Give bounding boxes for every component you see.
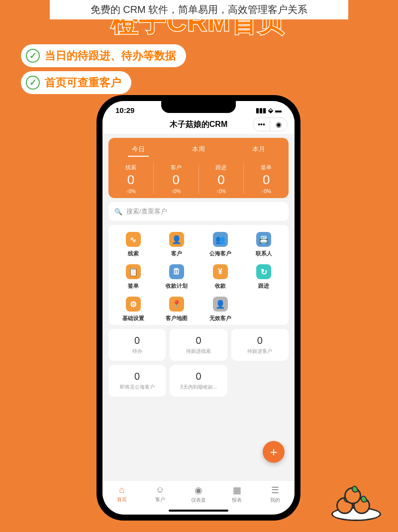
tab-week[interactable]: 本周 <box>188 143 209 157</box>
grid-icon: ¥ <box>213 264 228 279</box>
grid-icon: 📋 <box>126 264 141 279</box>
signal-icon: ▮▮▮ <box>256 106 266 114</box>
todo-value: 0 <box>111 371 163 382</box>
home-indicator <box>169 510 228 512</box>
fab-add-button[interactable]: + <box>263 441 285 463</box>
stat-label: 客户 <box>154 164 199 171</box>
grid-item-公海客户[interactable]: 👥 公海客户 <box>199 232 242 257</box>
stat-label: 线索 <box>108 164 153 171</box>
nav-icon: ⌂ <box>119 485 124 495</box>
grid-label: 基础设置 <box>122 315 144 322</box>
todo-label: 待跟进线索 <box>173 348 224 355</box>
todo-cell[interactable]: 0 即将丢公海客户 <box>108 365 166 397</box>
feature-text: 当日的待跟进、待办等数据 <box>45 48 176 63</box>
todo-cell[interactable]: 0 待跟进客户 <box>231 329 289 361</box>
grid-item-签单[interactable]: 📋 签单 <box>111 264 155 290</box>
nav-仪表盘[interactable]: ◉ 仪表盘 <box>179 485 217 504</box>
grid-label: 客户 <box>171 250 182 257</box>
phone-frame: 10:29 ▮▮▮ ⬙ ▬ 木子菇娘的CRM ••• ◉ 今日 本周 本月 线索… <box>97 95 300 521</box>
grid-item-跟进[interactable]: ↻ 跟进 <box>242 264 286 290</box>
check-icon: ✓ <box>26 49 40 63</box>
feature-pill-2: ✓ 首页可查重客户 <box>21 71 131 94</box>
nav-label: 报表 <box>232 497 242 504</box>
grid-label: 线索 <box>128 250 139 257</box>
todo-label: 待办 <box>111 348 163 355</box>
todo-label: 即将丢公海客户 <box>111 384 163 391</box>
grid-icon: 🗓 <box>169 264 184 279</box>
grid-item-基础设置[interactable]: ⚙ 基础设置 <box>111 297 155 322</box>
grid-item-无效客户[interactable]: 👤 无效客户 <box>199 297 242 322</box>
feature-text: 首页可查重客户 <box>45 75 121 90</box>
todo-label: 待跟进客户 <box>234 348 286 355</box>
nav-我的[interactable]: ☰ 我的 <box>256 485 295 504</box>
todo-value: 0 <box>234 335 286 346</box>
stat-delta: ↑0% <box>199 189 244 194</box>
nav-客户[interactable]: ☺ 客户 <box>141 485 179 504</box>
more-icon[interactable]: ••• <box>253 118 270 131</box>
grid-label: 签单 <box>128 282 139 290</box>
search-placeholder: 搜索/查重客户 <box>126 207 167 216</box>
grid-item-客户地图[interactable]: 📍 客户地图 <box>155 297 199 322</box>
search-icon: 🔍 <box>114 208 122 215</box>
period-tabs: 今日 本周 本月 <box>108 143 289 160</box>
check-icon: ✓ <box>26 76 40 90</box>
status-time: 10:29 <box>115 106 134 114</box>
tab-month[interactable]: 本月 <box>248 143 269 157</box>
wifi-icon: ⬙ <box>268 106 273 114</box>
stat-delta: ↑0% <box>244 189 289 194</box>
feature-grid: ∿ 线索👤 客户👥 公海客户📇 联系人📋 签单🗓 收款计划¥ 收款↻ 跟进⚙ 基… <box>108 225 289 325</box>
nav-label: 仪表盘 <box>191 497 206 504</box>
todo-label: 3天内到期收款... <box>173 384 224 391</box>
miniprogram-capsule[interactable]: ••• ◉ <box>253 117 288 131</box>
grid-item-联系人[interactable]: 📇 联系人 <box>242 232 286 257</box>
search-input[interactable]: 🔍 搜索/查重客户 <box>108 202 289 221</box>
todo-value: 0 <box>173 335 224 346</box>
stat-cell[interactable]: 签单 0 ↑0% <box>244 164 289 194</box>
nav-icon: ◉ <box>195 485 202 496</box>
todo-row: 0 即将丢公海客户0 3天内到期收款... <box>108 365 289 397</box>
nav-icon: ☺ <box>156 485 165 495</box>
app-title: 木子菇娘的CRM <box>170 119 227 130</box>
orange-decoration <box>331 486 381 521</box>
nav-首页[interactable]: ⌂ 首页 <box>102 485 141 504</box>
nav-icon: ☰ <box>271 485 279 496</box>
status-icons: ▮▮▮ ⬙ ▬ <box>256 106 282 114</box>
grid-item-客户[interactable]: 👤 客户 <box>155 232 199 257</box>
tab-today[interactable]: 今日 <box>128 143 149 157</box>
todo-cell[interactable]: 0 3天内到期收款... <box>170 365 227 397</box>
phone-notch <box>161 101 236 113</box>
grid-label: 公海客户 <box>209 250 231 257</box>
stat-value: 0 <box>108 172 153 188</box>
stat-value: 0 <box>244 172 289 188</box>
promo-banner: 免费的 CRM 软件，简单易用，高效管理客户关系 <box>50 0 348 19</box>
stat-delta: ↑0% <box>154 189 199 194</box>
grid-icon: 📍 <box>169 297 184 312</box>
grid-label: 无效客户 <box>209 315 231 322</box>
close-icon[interactable]: ◉ <box>270 118 287 131</box>
stats-card: 今日 本周 本月 线索 0 ↑0%客户 0 ↑0%跟进 0 ↑0%签单 0 <box>108 138 289 198</box>
grid-label: 收款 <box>215 282 226 290</box>
stat-cell[interactable]: 线索 0 ↑0% <box>108 164 154 194</box>
stat-value: 0 <box>199 172 244 188</box>
todo-row: 0 待办0 待跟进线索0 待跟进客户 <box>108 329 289 361</box>
stat-cell[interactable]: 跟进 0 ↑0% <box>199 164 244 194</box>
grid-icon: 👤 <box>169 232 184 247</box>
battery-icon: ▬ <box>275 106 282 114</box>
nav-label: 客户 <box>155 496 165 503</box>
nav-报表[interactable]: ▦ 报表 <box>218 485 256 504</box>
nav-label: 首页 <box>117 496 127 503</box>
grid-icon: 📇 <box>256 232 271 247</box>
grid-label: 跟进 <box>258 282 269 290</box>
feature-pill-1: ✓ 当日的待跟进、待办等数据 <box>21 44 186 67</box>
phone-screen: 10:29 ▮▮▮ ⬙ ▬ 木子菇娘的CRM ••• ◉ 今日 本周 本月 线索… <box>102 101 295 515</box>
grid-item-线索[interactable]: ∿ 线索 <box>111 232 155 257</box>
todo-cell[interactable]: 0 待办 <box>108 329 166 361</box>
grid-item-收款[interactable]: ¥ 收款 <box>199 264 242 290</box>
grid-icon: 👥 <box>213 232 228 247</box>
grid-item-收款计划[interactable]: 🗓 收款计划 <box>155 264 199 290</box>
app-header: 木子菇娘的CRM ••• ◉ <box>102 116 295 134</box>
stat-cell[interactable]: 客户 0 ↑0% <box>154 164 199 194</box>
todo-cell[interactable]: 0 待跟进线索 <box>170 329 227 361</box>
grid-label: 收款计划 <box>166 282 188 290</box>
stat-label: 跟进 <box>199 164 244 171</box>
